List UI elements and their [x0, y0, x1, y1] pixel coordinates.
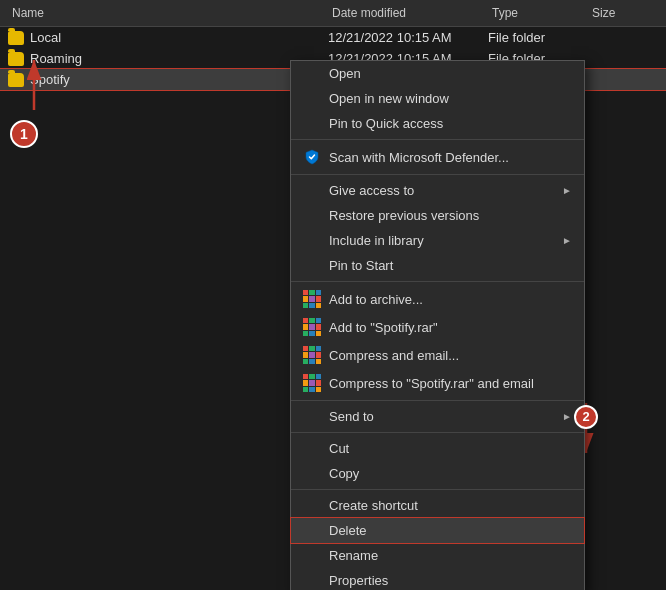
archive-icon: [303, 318, 321, 336]
menu-item-copy[interactable]: Copy: [291, 461, 584, 486]
menu-item-send-to[interactable]: Send to ► 2: [291, 404, 584, 429]
menu-item-pin-start[interactable]: Pin to Start: [291, 253, 584, 278]
col-name: Name: [8, 4, 328, 22]
menu-item-add-spotify-rar[interactable]: Add to "Spotify.rar": [291, 313, 584, 341]
folder-icon: [8, 52, 24, 66]
menu-item-create-shortcut[interactable]: Create shortcut: [291, 493, 584, 518]
menu-item-open-new-window[interactable]: Open in new window: [291, 86, 584, 111]
col-type: Type: [488, 4, 588, 22]
file-explorer: Name Date modified Type Size Local 12/21…: [0, 0, 666, 590]
annotation-arrow-1: [24, 55, 64, 115]
menu-item-add-archive[interactable]: Add to archive...: [291, 285, 584, 313]
separator: [291, 139, 584, 140]
archive-icon: [303, 374, 321, 392]
menu-item-pin-quick-access[interactable]: Pin to Quick access: [291, 111, 584, 136]
context-menu: Open Open in new window Pin to Quick acc…: [290, 60, 585, 590]
col-date: Date modified: [328, 4, 488, 22]
col-size: Size: [588, 4, 658, 22]
submenu-arrow-icon: ►: [562, 235, 572, 246]
badge-1: 1: [10, 120, 38, 148]
separator: [291, 489, 584, 490]
separator: [291, 174, 584, 175]
separator: [291, 400, 584, 401]
menu-item-restore-previous[interactable]: Restore previous versions: [291, 203, 584, 228]
file-name-local: Local: [8, 30, 328, 45]
menu-item-scan-defender[interactable]: Scan with Microsoft Defender...: [291, 143, 584, 171]
submenu-arrow-icon: ►: [562, 411, 572, 422]
menu-item-compress-email[interactable]: Compress and email...: [291, 341, 584, 369]
menu-item-rename[interactable]: Rename: [291, 543, 584, 568]
table-row[interactable]: Local 12/21/2022 10:15 AM File folder: [0, 27, 666, 48]
separator: [291, 432, 584, 433]
menu-item-give-access[interactable]: Give access to ►: [291, 178, 584, 203]
table-header: Name Date modified Type Size: [0, 0, 666, 27]
menu-item-include-library[interactable]: Include in library ►: [291, 228, 584, 253]
menu-item-cut[interactable]: Cut: [291, 436, 584, 461]
shield-defender-icon: [303, 148, 321, 166]
menu-item-delete[interactable]: Delete: [291, 518, 584, 543]
archive-icon: [303, 346, 321, 364]
separator: [291, 281, 584, 282]
menu-item-compress-spotify-email[interactable]: Compress to "Spotify.rar" and email: [291, 369, 584, 397]
folder-icon: [8, 73, 24, 87]
folder-icon: [8, 31, 24, 45]
submenu-arrow-icon: ►: [562, 185, 572, 196]
archive-icon: [303, 290, 321, 308]
menu-item-properties[interactable]: Properties: [291, 568, 584, 590]
menu-item-open[interactable]: Open: [291, 61, 584, 86]
badge-2: 2: [574, 405, 598, 429]
